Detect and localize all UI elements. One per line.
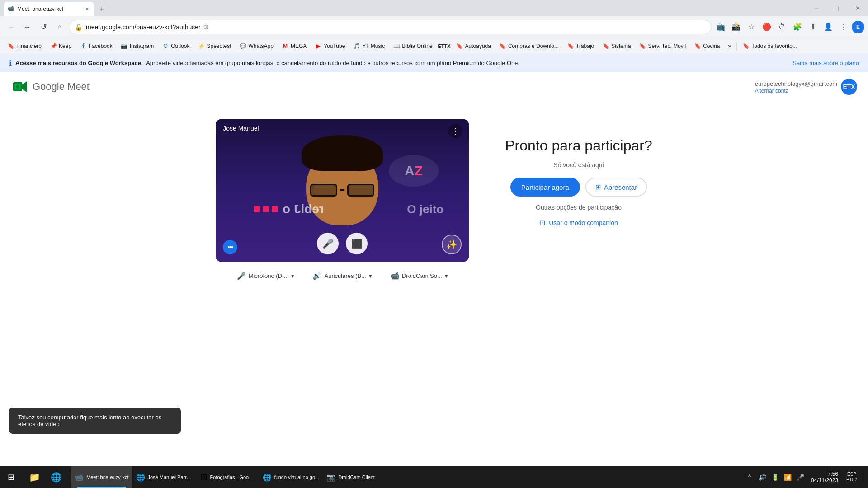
bookmark-facebook[interactable]: f Facebook [76, 41, 116, 52]
lang-pt82: PT82 [846, 477, 857, 483]
minimize-button[interactable]: ─ [806, 0, 826, 16]
bookmark-compras[interactable]: 🔖 Compras e Downlo... [495, 41, 562, 52]
close-button[interactable]: ✕ [847, 0, 868, 16]
mic-toggle-button[interactable]: 🎤 [317, 233, 339, 254]
tray-network-icon[interactable]: 📶 [782, 472, 793, 483]
taskbar-clock[interactable]: 7:56 04/11/2023 [807, 471, 842, 483]
settings-button[interactable]: ⋮ [836, 20, 851, 34]
bookmark-trabajo[interactable]: 🔖 Trabajo [563, 41, 598, 52]
taskbar-running-droidcam[interactable]: 📷 DroidCam Client [323, 466, 378, 488]
tray-mic-icon[interactable]: 🎤 [795, 472, 806, 483]
taskbar-app-files[interactable]: 📁 [24, 466, 45, 488]
refresh-button[interactable]: ↺ [36, 20, 51, 34]
bookmark-keep-icon: 📌 [50, 42, 57, 50]
bookmark-biblia[interactable]: 📖 Biblia Online [389, 41, 436, 52]
bookmark-sistema[interactable]: 🔖 Sistema [599, 41, 634, 52]
page-content: ℹ Acesse mais recursos do Google Workspa… [0, 54, 868, 488]
companion-mode-link[interactable]: ⊡ Usar o modo companion [539, 218, 618, 227]
profile-sync-button[interactable]: 👤 [821, 20, 835, 34]
extensions-puzzle-button[interactable]: 🧩 [790, 20, 805, 34]
jose-running-icon: 🌐 [136, 473, 145, 482]
bookmark-whatsapp[interactable]: 💬 WhatsApp [236, 41, 277, 52]
screenshot-button[interactable]: 📸 [729, 20, 743, 34]
bookmark-trabajo-icon: 🔖 [567, 42, 574, 50]
bookmark-more[interactable]: » [725, 41, 735, 51]
bookmark-mega[interactable]: M MEGA [278, 41, 310, 52]
meet-profile-avatar[interactable]: ETX [841, 79, 857, 95]
camera-device-icon: 📹 [390, 272, 399, 280]
jose-running-label: José Manuel Parra ... [148, 474, 193, 480]
bookmark-servtec[interactable]: 🔖 Serv. Tec. Movil [636, 41, 690, 52]
maximize-button[interactable]: □ [826, 0, 847, 16]
back-button[interactable]: ← [4, 20, 18, 34]
bookmark-keep[interactable]: 📌 Keep [46, 41, 75, 52]
taskbar-running-fundo[interactable]: 🌐 fundo virtual no go... [259, 466, 323, 488]
video-container: AZ [216, 119, 469, 262]
forward-button[interactable]: → [20, 20, 34, 34]
speaker-device-select[interactable]: 🔊 Auriculares (B... ▾ [307, 269, 377, 283]
mic-device-select[interactable]: 🎤 Micrófono (Dr... ▾ [231, 269, 300, 283]
extension-button[interactable]: 🔴 [760, 20, 774, 34]
camera-toggle-button[interactable]: ⬛ [346, 233, 368, 254]
bookmark-financiero[interactable]: 🔖 Financiero [4, 41, 45, 52]
taskbar-app-browser[interactable]: 🌐 [45, 466, 67, 488]
bookmark-instagram[interactable]: 📷 Instagram [117, 41, 157, 52]
info-banner: ℹ Acesse mais recursos do Google Workspa… [0, 54, 868, 72]
address-bar[interactable]: 🔒 meet.google.com/bna-euzv-xct?authuser=… [69, 20, 712, 34]
video-user-name: Jose Manuel [223, 125, 259, 132]
camera-device-select[interactable]: 📹 DroidCam So... ▾ [385, 269, 453, 283]
fundo-running-icon: 🌐 [263, 473, 272, 482]
bookmark-cocina[interactable]: 🔖 Cocina [690, 41, 723, 52]
bookmark-more-label: » [728, 43, 731, 49]
taskbar-lang-display[interactable]: ESP PT82 [844, 472, 860, 483]
glass-bridge [340, 189, 344, 191]
bookmark-youtube[interactable]: ▶ YouTube [311, 41, 349, 52]
info-banner-text: Acesse mais recursos do Google Workspace… [15, 60, 519, 66]
taskbar-start-button[interactable]: ⊞ [0, 466, 22, 488]
cast-button[interactable]: 📺 [713, 20, 728, 34]
bookmark-ettx[interactable]: ETTX [437, 41, 452, 52]
glass-left [310, 184, 337, 197]
bookmark-star-button[interactable]: ☆ [744, 20, 759, 34]
bookmark-ytmusic[interactable]: 🎵 YT Music [349, 41, 388, 52]
taskbar-date: 04/11/2023 [811, 477, 838, 483]
meet-running-label: Meet: bna-euzv-xct [86, 474, 129, 480]
window-controls: ─ □ ✕ [806, 0, 868, 16]
mirrored-text: rebiJ o [283, 202, 324, 216]
visual-effects-button[interactable]: ✨ [442, 235, 462, 254]
nav-bar: ← → ↺ ⌂ 🔒 meet.google.com/bna-euzv-xct?a… [0, 16, 868, 38]
present-button[interactable]: ⊞ Apresentar [585, 178, 647, 197]
info-banner-link[interactable]: Saiba mais sobre o plano [793, 60, 859, 66]
svg-point-3 [16, 85, 19, 89]
video-section: AZ [216, 119, 469, 283]
bookmark-outlook[interactable]: O Outlook [158, 41, 193, 52]
lang-esp: ESP [847, 472, 856, 477]
meet-switch-account[interactable]: Alternar conta [755, 88, 837, 94]
home-button[interactable]: ⌂ [52, 20, 67, 34]
bookmark-autoayuda[interactable]: 🔖 Autoayuda [453, 41, 495, 52]
taskbar-running-photos[interactable]: 🖼 Fotografias - Googl... [197, 466, 259, 488]
taskbar-running-meet[interactable]: 📹 Meet: bna-euzv-xct [71, 466, 132, 488]
profile-avatar[interactable]: E [852, 21, 864, 33]
bookmark-outlook-icon: O [162, 42, 169, 50]
join-now-button[interactable]: Participar agora [510, 178, 580, 197]
tray-battery-icon[interactable]: 🔋 [769, 472, 780, 483]
action-buttons: Participar agora ⊞ Apresentar [510, 178, 647, 197]
fundo-running-label: fundo virtual no go... [274, 474, 320, 480]
tab-close-button[interactable]: ✕ [83, 5, 90, 13]
tray-caret-icon[interactable]: ^ [744, 472, 755, 483]
person-hair [302, 135, 383, 171]
bookmark-todos[interactable]: 🔖 Todos os favorito... [739, 41, 801, 52]
taskbar: ⊞ 📁 🌐 📹 Meet: bna-euzv-xct 🌐 José Manuel… [0, 466, 868, 488]
taskbar-running-jose[interactable]: 🌐 José Manuel Parra ... [132, 466, 197, 488]
bookmark-facebook-label: Facebook [89, 43, 113, 49]
active-tab[interactable]: 📹 Meet: bna-euzv-xct ✕ [4, 2, 94, 16]
video-more-button[interactable]: ⋮ [448, 124, 462, 138]
timer-button[interactable]: ⏱ [775, 20, 789, 34]
tray-speaker-icon[interactable]: 🔊 [757, 472, 768, 483]
bookmark-speedtest[interactable]: ⚡ Speedtest [194, 41, 235, 52]
show-desktop-button[interactable] [862, 472, 864, 483]
downloads-button[interactable]: ⬇ [806, 20, 820, 34]
new-tab-button[interactable]: + [96, 3, 108, 16]
video-options-button[interactable]: ••• [223, 240, 237, 254]
